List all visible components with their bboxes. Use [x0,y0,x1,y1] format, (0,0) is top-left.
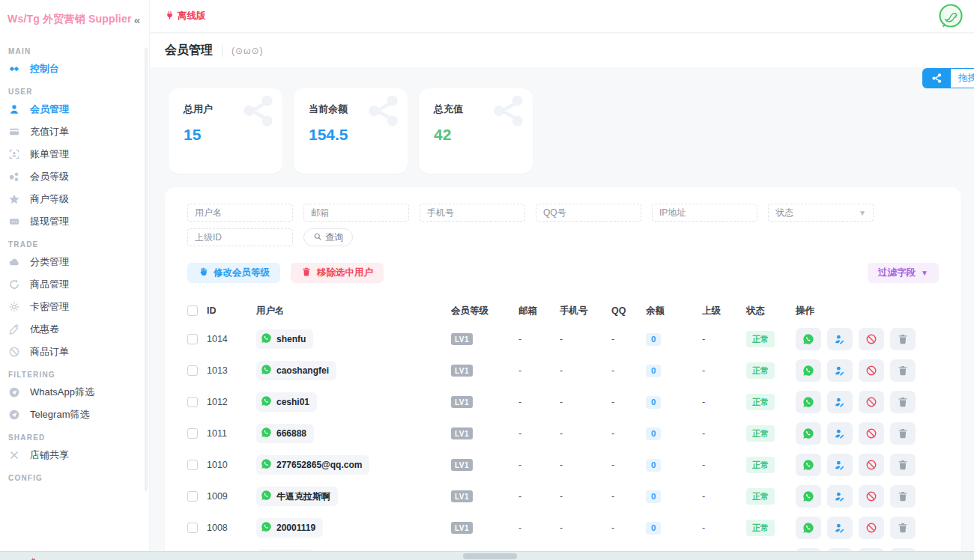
delete-user-action-button[interactable] [890,391,916,413]
ban-user-action-button[interactable] [859,454,884,476]
row-checkbox[interactable] [187,365,198,376]
whatsapp-action-button[interactable] [796,422,821,445]
qq-filter-input[interactable] [536,204,641,222]
email-filter-input[interactable] [303,204,409,222]
sidebar-section-label: FILTERING [0,363,149,381]
edit-user-action-button[interactable] [827,485,853,508]
column-header: QQ [611,305,646,316]
edit-user-action-button[interactable] [827,328,853,350]
ip-filter-input[interactable] [652,204,757,222]
remove-selected-users-button[interactable]: 移除选中用户 [291,263,384,283]
whatsapp-action-button[interactable] [796,359,821,382]
phone-filter-input[interactable] [420,204,525,222]
stat-card: 总用户15 [169,88,282,174]
sidebar-item-merchant-level[interactable]: 商户等级 [0,188,149,210]
cell-qq: - [611,365,646,376]
delete-user-action-button[interactable] [890,517,916,539]
table-row: 1012ceshi01LV1---0-正常 [187,386,939,418]
sidebar-item-goods[interactable]: 商品管理 [0,273,149,296]
sidebar-item-label: WhatsApp筛选 [30,386,94,399]
username-chip[interactable]: 666888 [256,424,314,443]
column-header: 用户名 [256,305,451,317]
ban-user-action-button[interactable] [859,391,884,413]
row-checkbox[interactable] [187,460,198,470]
share-nodes-watermark-icon [363,90,405,132]
edit-user-action-button[interactable] [827,422,853,445]
row-checkbox[interactable] [187,334,198,344]
sidebar-item-withdraw[interactable]: 提现管理 [0,210,149,233]
sidebar-item-member[interactable]: 会员管理 [0,98,149,121]
ban-user-action-button[interactable] [859,422,884,445]
sidebar-nav: MAIN控制台USER会员管理充值订单账单管理会员等级商户等级提现管理TRADE… [0,26,149,484]
balance-badge: 0 [646,522,661,535]
cell-email: - [518,491,560,502]
member-level-badge: LV1 [451,522,473,534]
sidebar-item-card-key[interactable]: 卡密管理 [0,296,149,318]
sidebar-item-recharge-order[interactable]: 充值订单 [0,121,149,143]
offline-version-badge[interactable]: 离线版 [165,10,206,22]
share-nodes-icon [922,68,951,88]
ban-user-action-button[interactable] [859,517,884,539]
horizontal-scrollbar[interactable] [0,551,974,560]
parent-id-filter-input[interactable] [187,228,293,246]
sidebar-item-member-level[interactable]: 会员等级 [0,165,149,188]
sidebar-item-goods-order[interactable]: 商品订单 [0,341,149,363]
sidebar-collapse-icon[interactable]: « [134,13,140,26]
horizontal-scrollbar-thumb[interactable] [463,553,517,559]
member-level-badge: LV1 [451,365,473,377]
username-filter-input[interactable] [187,204,293,222]
sidebar-item-console[interactable]: 控制台 [0,58,149,80]
member-level-badge: LV1 [451,459,473,471]
whatsapp-icon [261,458,272,472]
delete-user-action-button[interactable] [890,485,916,508]
whatsapp-action-button[interactable] [796,391,821,413]
delete-user-action-button[interactable] [890,454,916,476]
status-select[interactable]: 状态 ▼ [768,204,874,222]
sidebar-item-shop-share[interactable]: 店铺共享 [0,444,149,466]
ban-user-action-button[interactable] [859,328,884,350]
sidebar-item-bill[interactable]: 账单管理 [0,143,149,165]
username-chip[interactable]: 牛逼克拉斯啊 [256,487,338,506]
username-chip[interactable]: shenfu [256,329,313,349]
select-all-checkbox[interactable] [187,305,198,316]
whatsapp-action-button[interactable] [796,328,821,350]
table-row: 1011666888LV1---0-正常 [187,418,939,449]
delete-user-action-button[interactable] [890,328,916,350]
username-chip[interactable]: 277652865@qq.com [256,455,369,475]
edit-user-action-button[interactable] [827,391,853,413]
whatsapp-action-button[interactable] [796,454,821,476]
row-checkbox[interactable] [187,428,198,439]
merchant-level-icon [8,193,20,205]
whatsapp-action-button[interactable] [796,485,821,508]
edit-user-action-button[interactable] [827,517,853,539]
ban-user-action-button[interactable] [859,485,884,508]
row-checkbox[interactable] [187,397,198,407]
cell-qq: - [611,523,646,533]
sidebar-item-category[interactable]: 分类管理 [0,251,149,273]
edit-user-action-button[interactable] [827,454,853,476]
remove-selected-users-label: 移除选中用户 [317,267,373,279]
username-text: 277652865@qq.com [276,460,362,470]
delete-user-action-button[interactable] [890,359,916,382]
sidebar-item-telegram-filter[interactable]: Telegram筛选 [0,404,149,426]
delete-user-action-button[interactable] [890,422,916,445]
sidebar-scrollbar[interactable] [145,48,148,491]
hand-icon [198,267,208,279]
edit-member-level-button[interactable]: 修改会员等级 [187,263,280,283]
sidebar-item-coupon[interactable]: 优惠卷 [0,318,149,341]
edit-user-action-button[interactable] [827,359,853,382]
ban-user-action-button[interactable] [859,359,884,382]
username-chip[interactable]: caoshangfei [256,361,336,380]
username-chip[interactable]: 20001119 [256,518,323,538]
avatar[interactable] [938,4,964,29]
cell-phone: - [560,523,611,533]
username-chip[interactable]: ceshi01 [256,392,317,412]
whatsapp-action-button[interactable] [796,517,821,539]
row-checkbox[interactable] [187,523,198,533]
balance-badge: 0 [646,490,661,503]
sidebar-item-whatsapp-filter[interactable]: WhatsApp筛选 [0,381,149,404]
drag-upload-button[interactable]: 拖拽上 [922,68,974,88]
search-button[interactable]: 查询 [303,228,353,246]
filter-fields-button[interactable]: 过滤字段 ▼ [868,263,939,283]
row-checkbox[interactable] [187,491,198,502]
